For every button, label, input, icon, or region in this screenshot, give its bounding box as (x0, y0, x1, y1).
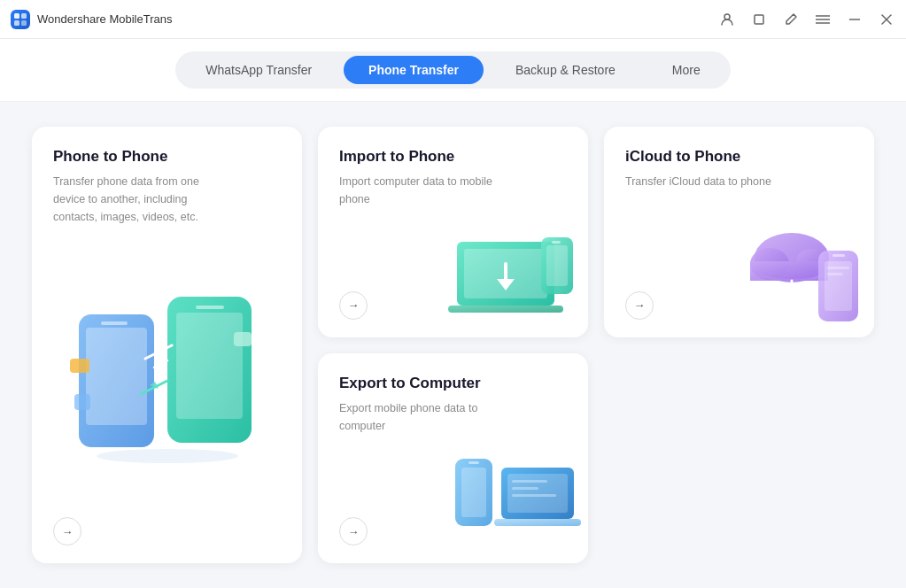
card-import-to-phone[interactable]: Import to Phone Import computer data to … (318, 127, 588, 337)
card-icloud-title: iCloud to Phone (625, 148, 853, 166)
svg-rect-18 (70, 359, 89, 373)
svg-rect-29 (546, 245, 568, 286)
minimize-button[interactable] (846, 11, 863, 28)
card-phone-to-phone-title: Phone to Phone (53, 148, 281, 166)
svg-rect-46 (507, 474, 568, 513)
edit-icon[interactable] (782, 11, 800, 28)
svg-rect-3 (21, 20, 27, 26)
svg-rect-16 (176, 313, 243, 419)
export-illustration (448, 441, 581, 556)
svg-rect-40 (827, 273, 843, 275)
title-bar: Wondershare MobileTrans (0, 0, 906, 39)
svg-rect-38 (832, 254, 845, 257)
square-icon[interactable] (750, 11, 768, 28)
card-icloud-arrow[interactable]: → (625, 291, 654, 320)
menu-icon[interactable] (814, 11, 832, 28)
svg-rect-20 (234, 332, 252, 346)
tab-more[interactable]: More (647, 56, 725, 84)
card-phone-to-phone-content: Phone to Phone Transfer phone data from … (53, 148, 281, 545)
tab-phone[interactable]: Phone Transfer (344, 56, 484, 84)
svg-rect-43 (468, 461, 479, 464)
svg-rect-48 (512, 480, 547, 483)
svg-rect-50 (512, 494, 556, 497)
nav-container: WhatsApp Transfer Phone Transfer Backup … (0, 39, 906, 102)
card-icloud-desc: Transfer iCloud data to phone (625, 173, 802, 190)
card-phone-to-phone[interactable]: Phone to Phone Transfer phone data from … (32, 127, 302, 563)
person-icon[interactable] (718, 11, 736, 28)
svg-rect-14 (101, 321, 128, 325)
card-export-arrow[interactable]: → (339, 517, 368, 545)
card-import-title: Import to Phone (339, 148, 567, 166)
tab-whatsapp[interactable]: WhatsApp Transfer (181, 56, 337, 84)
svg-marker-35 (786, 292, 798, 302)
app-icon (11, 10, 30, 29)
svg-point-23 (97, 449, 238, 463)
main-content: Phone to Phone Transfer phone data from … (0, 102, 906, 588)
svg-rect-26 (448, 306, 563, 313)
close-button[interactable] (878, 11, 895, 28)
svg-rect-49 (512, 487, 538, 490)
icloud-illustration (734, 215, 867, 330)
card-export-to-computer[interactable]: Export to Computer Export mobile phone d… (318, 353, 588, 564)
svg-rect-5 (755, 15, 763, 24)
svg-rect-42 (461, 468, 486, 517)
svg-rect-47 (494, 519, 581, 526)
svg-rect-13 (86, 328, 147, 425)
card-icloud-to-phone[interactable]: iCloud to Phone Transfer iCloud data to … (604, 127, 874, 337)
svg-rect-39 (827, 267, 849, 269)
nav-tabs: WhatsApp Transfer Phone Transfer Backup … (175, 51, 731, 89)
import-illustration (448, 215, 581, 330)
card-phone-to-phone-arrow[interactable]: → (53, 517, 81, 545)
svg-rect-30 (552, 241, 561, 244)
card-export-desc: Export mobile phone data to computer (339, 399, 516, 435)
svg-rect-0 (14, 13, 19, 19)
svg-rect-2 (14, 20, 19, 26)
svg-rect-19 (74, 394, 90, 410)
svg-rect-17 (196, 306, 224, 309)
card-import-arrow[interactable]: → (339, 291, 368, 320)
tab-backup[interactable]: Backup & Restore (491, 56, 640, 84)
title-bar-controls (718, 11, 895, 28)
title-bar-left: Wondershare MobileTrans (11, 10, 172, 29)
svg-point-4 (724, 14, 730, 19)
card-phone-to-phone-desc: Transfer phone data from one device to a… (53, 173, 230, 226)
card-import-desc: Import computer data to mobile phone (339, 173, 516, 208)
svg-rect-1 (21, 13, 27, 19)
phone-to-phone-illustration (61, 279, 274, 465)
app-title: Wondershare MobileTrans (37, 12, 172, 26)
card-export-title: Export to Computer (339, 375, 567, 392)
